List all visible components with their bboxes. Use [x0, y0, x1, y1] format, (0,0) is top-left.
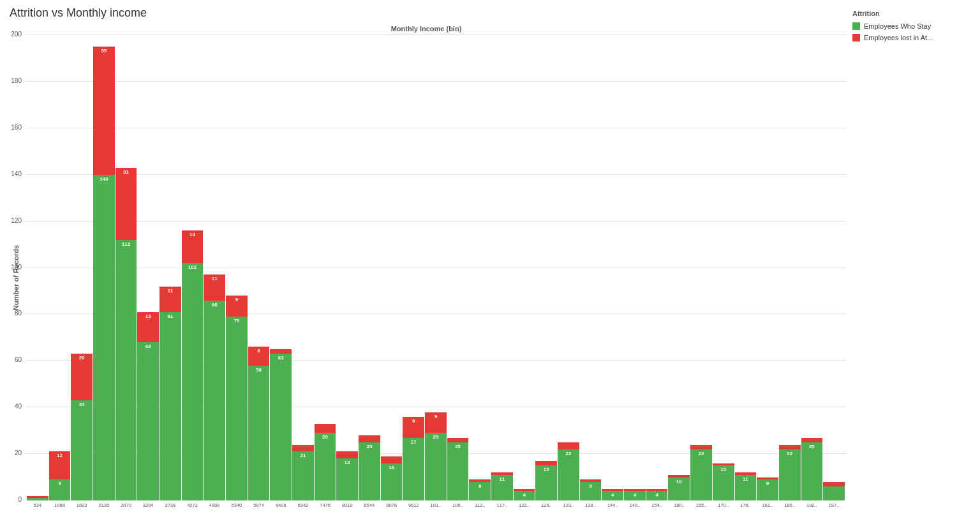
- bar-value-label: 140: [100, 176, 108, 182]
- bar-group: 29: [315, 35, 336, 500]
- bar-segment-red: [690, 445, 712, 449]
- bar-segment-green: 25: [447, 442, 469, 500]
- x-axis-tick-label: 4272: [182, 502, 204, 520]
- x-axis-tick-label: 112..: [469, 502, 491, 520]
- stacked-bar: 63: [270, 349, 292, 500]
- bar-value-label-red: 11: [167, 288, 173, 294]
- bar-segment-green: 8: [580, 482, 602, 500]
- stacked-bar: 129: [49, 451, 71, 500]
- bar-value-label: 112: [122, 241, 130, 247]
- bar-segment-green: 4: [624, 491, 646, 500]
- x-axis-labels: 5341068160221362670320437384272480653405…: [26, 500, 846, 520]
- bar-group: 4: [602, 35, 623, 500]
- x-axis-tick-label: 3738: [160, 502, 181, 520]
- bar-segment-green: 29: [315, 433, 336, 500]
- bar-group: 8: [469, 35, 491, 500]
- x-axis-tick-label: 149..: [624, 502, 646, 520]
- bar-segment-green: 81: [160, 312, 181, 500]
- legend-label-green: Employees Who Stay: [864, 22, 931, 30]
- y-axis-tick: 80: [4, 310, 22, 317]
- legend-color-green: [852, 22, 860, 30]
- bar-segment-green: 27: [403, 438, 424, 500]
- bar-value-label: 4: [611, 492, 614, 498]
- x-axis-tick-label: 176..: [735, 502, 757, 520]
- bar-group: [823, 35, 845, 500]
- bar-segment-red: 20: [71, 354, 93, 400]
- y-axis-tick: 20: [4, 449, 22, 456]
- bar-segment-green: 112: [115, 240, 137, 500]
- legend-item-red: Employees lost in At...: [852, 34, 974, 41]
- bar-segment-green: 11: [735, 475, 757, 500]
- stacked-bar: 4: [514, 489, 535, 500]
- stacked-bar: 15: [713, 463, 734, 500]
- bar-group: 9: [757, 35, 778, 500]
- bar-value-label: 27: [411, 439, 417, 445]
- bar-value-label: 10: [676, 479, 682, 485]
- stacked-bar: 11: [735, 472, 757, 500]
- bar-group: 858: [248, 35, 270, 500]
- bar-segment-green: [823, 486, 845, 500]
- bar-segment-red: [359, 435, 380, 442]
- x-axis-tick-label: 192..: [801, 502, 823, 520]
- stacked-bar: 8: [469, 479, 491, 500]
- x-axis-tick-label: 5340: [226, 502, 248, 520]
- bar-value-label: 8: [589, 483, 591, 489]
- stacked-bar: 15: [535, 461, 557, 500]
- bar-group: 15: [713, 35, 734, 500]
- bar-segment-green: 11: [491, 475, 513, 500]
- stacked-bar: 979: [226, 296, 248, 500]
- bar-group: 8: [580, 35, 602, 500]
- bar-segment-red: [292, 445, 314, 452]
- bar-value-label: 4: [523, 492, 525, 498]
- bar-value-label-red: 31: [123, 169, 129, 175]
- bar-segment-green: 25: [801, 442, 823, 500]
- bar-group: 2043: [71, 35, 93, 500]
- bar-group: 11: [491, 35, 513, 500]
- bar-segment-green: 140: [93, 175, 115, 500]
- bar-value-label: 25: [366, 444, 372, 449]
- x-axis-tick-label: 154..: [646, 502, 668, 520]
- bar-value-label: 11: [499, 476, 505, 482]
- bar-segment-green: 25: [359, 442, 380, 500]
- stacked-bar: 929: [425, 412, 447, 501]
- x-axis-tick-label: 534: [27, 502, 48, 520]
- bar-segment-red: 11: [204, 274, 225, 300]
- stacked-bar: 29: [315, 424, 336, 500]
- x-axis-tick-label: 9612: [403, 502, 424, 520]
- bar-group: 25: [447, 35, 469, 500]
- bar-group: 18: [336, 35, 358, 500]
- bar-segment-red: 55: [93, 47, 115, 174]
- bar-segment-red: [823, 482, 845, 486]
- bar-segment-red: 31: [115, 168, 137, 240]
- bar-segment-green: 29: [425, 433, 447, 500]
- bar-value-label: 21: [300, 453, 306, 458]
- stacked-bar: [27, 496, 48, 500]
- stacked-bar: 25: [359, 435, 380, 500]
- x-axis-tick-label: 7476: [315, 502, 336, 520]
- bar-value-label: 68: [145, 343, 151, 349]
- y-axis-tick: 100: [4, 264, 22, 271]
- stacked-bar: 1186: [204, 274, 225, 500]
- y-axis-tick: 60: [4, 356, 22, 363]
- bar-group: 25: [801, 35, 823, 500]
- x-axis-tick-label: 181..: [757, 502, 778, 520]
- legend-color-red: [852, 34, 860, 41]
- bar-group: 979: [226, 35, 248, 500]
- y-axis-tick: 120: [4, 217, 22, 224]
- chart-inner: 1292043551403111213681181141021186979858…: [26, 35, 846, 520]
- bar-segment-green: 9: [757, 479, 778, 500]
- bar-value-label-red: 9: [235, 297, 238, 303]
- bar-segment-green: 10: [668, 477, 690, 500]
- bar-value-label-red: 55: [101, 48, 107, 54]
- bar-value-label: 25: [809, 444, 815, 449]
- bar-segment-red: 9: [226, 296, 248, 317]
- x-axis-tick-label: 133..: [558, 502, 579, 520]
- bar-value-label: 102: [188, 264, 197, 270]
- bar-segment-green: 15: [713, 465, 734, 500]
- x-axis-tick-label: 117..: [491, 502, 513, 520]
- stacked-bar: 1368: [137, 312, 159, 500]
- bar-group: 22: [690, 35, 712, 500]
- bar-value-label-red: 11: [212, 276, 218, 282]
- bar-segment-red: [558, 442, 579, 449]
- x-axis-tick-label: 186..: [779, 502, 801, 520]
